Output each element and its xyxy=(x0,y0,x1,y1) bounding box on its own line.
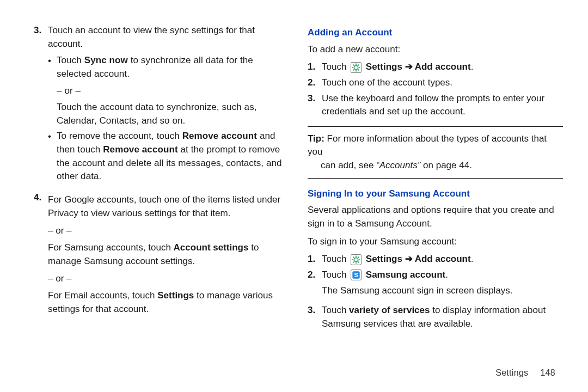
page-number: 148 xyxy=(540,368,555,377)
or-separator: – or – xyxy=(57,84,289,98)
add-step-2: 2. Touch one of the account types. xyxy=(308,76,563,90)
intro-signin-a: Several applications and options require… xyxy=(308,204,563,230)
heading-signing-in: Signing In to your Samsung Account xyxy=(308,187,563,201)
step-number: 3. xyxy=(308,92,322,119)
bullet-sync-now: • Touch Sync now to synchronize all data… xyxy=(48,54,289,127)
settings-gear-icon xyxy=(351,254,362,265)
settings-gear-icon xyxy=(351,62,362,73)
left-column: 3. Touch an account to view the sync set… xyxy=(34,24,289,333)
or-separator: – or – xyxy=(48,224,289,238)
add-step-1: 1. Touch Settings ➔ Add account. xyxy=(308,60,563,74)
step-number: 2. xyxy=(308,268,322,302)
email-alt: For Email accounts, touch Settings to ma… xyxy=(48,289,289,316)
heading-adding-account: Adding an Account xyxy=(308,26,563,40)
bullet-dot: • xyxy=(48,130,57,183)
step-text: For Google accounts, touch one of the it… xyxy=(48,193,289,220)
bullet-alt: Touch the account data to synchronize, s… xyxy=(57,101,289,127)
step-number: 2. xyxy=(308,76,322,90)
step-number: 1. xyxy=(308,253,322,266)
signin-step-1: 1. Touch Settings ➔ Add account. xyxy=(308,253,563,266)
right-column: Adding an Account To add a new account: … xyxy=(308,24,563,333)
tip-block: Tip: For more information about the type… xyxy=(308,126,563,179)
samsung-s-icon: S xyxy=(351,270,362,280)
step-4: 4. For Google accounts, touch one of the… xyxy=(34,191,289,320)
step-number: 1. xyxy=(308,60,322,74)
step-number: 4. xyxy=(34,191,48,320)
step-text: Touch an account to view the sync settin… xyxy=(48,25,255,49)
svg-text:S: S xyxy=(354,272,358,279)
add-step-3: 3. Use the keyboard and follow the promp… xyxy=(308,92,563,119)
signin-step-2: 2. Touch S Samsung account. The Samsung … xyxy=(308,268,563,302)
samsung-alt: For Samsung accounts, touch Account sett… xyxy=(48,241,289,268)
bullet-dot: • xyxy=(48,54,57,127)
or-separator: – or – xyxy=(48,272,289,286)
bullet-remove-account: • To remove the account, touch Remove ac… xyxy=(48,130,289,183)
signin-step-3: 3. Touch variety of services to display … xyxy=(308,304,563,330)
page-footer: Settings148 xyxy=(495,366,555,379)
step-3: 3. Touch an account to view the sync set… xyxy=(34,24,289,189)
tip-label: Tip: xyxy=(308,133,324,144)
intro-add: To add a new account: xyxy=(308,43,563,57)
step-number: 3. xyxy=(308,304,322,330)
footer-label: Settings xyxy=(495,368,528,377)
signin-step-2-desc: The Samsung account sign in screen displ… xyxy=(322,284,563,298)
intro-signin-b: To sign in to your Samsung account: xyxy=(308,235,563,249)
step-number: 3. xyxy=(34,24,48,189)
